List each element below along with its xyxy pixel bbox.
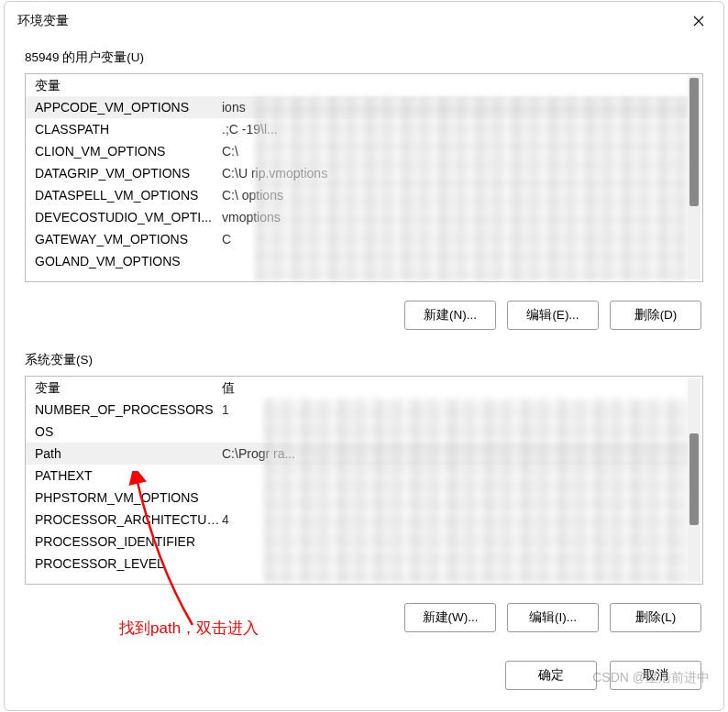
scrollbar-thumb[interactable]	[689, 78, 699, 206]
col-header-value: 值	[220, 377, 688, 399]
system-vars-listbox[interactable]: 变量 值 NUMBER_OF_PROCESSORS1OSPathC:\Progr…	[25, 376, 703, 585]
system-edit-button[interactable]: 编辑(I)...	[507, 603, 599, 632]
system-new-button[interactable]: 新建(W)...	[404, 603, 496, 632]
var-name: DEVECOSTUDIO_VM_OPTI...	[26, 206, 220, 228]
close-button[interactable]	[685, 7, 712, 35]
var-name: DATASPELL_VM_OPTIONS	[26, 184, 220, 206]
user-vars-listbox[interactable]: 变量 APPCODE_VM_OPTIONS ionsCLASSPATH.;C -…	[25, 73, 703, 282]
user-delete-button[interactable]: 删除(D)	[610, 301, 701, 330]
system-vars-buttons: 新建(W)... 编辑(I)... 删除(L)	[5, 603, 701, 632]
cancel-button[interactable]: 取消	[610, 661, 701, 690]
scrollbar[interactable]	[688, 378, 700, 582]
var-name: DATAGRIP_VM_OPTIONS	[26, 162, 220, 184]
var-name: PROCESSOR_IDENTIFIER	[26, 531, 220, 553]
var-name: PROCESSOR_ARCHITECTURE	[26, 509, 220, 531]
dialog-buttons: 确定 取消	[505, 661, 701, 690]
var-name: GATEWAY_VM_OPTIONS	[26, 228, 220, 250]
user-vars-label: 85949 的用户变量(U)	[25, 49, 703, 66]
titlebar: 环境变量	[5, 2, 723, 37]
col-header-variable: 变量	[26, 74, 220, 96]
var-name: GOLAND_VM_OPTIONS	[26, 250, 220, 272]
user-new-button[interactable]: 新建(N)...	[404, 301, 496, 330]
list-header: 变量	[26, 74, 688, 96]
scrollbar[interactable]	[688, 76, 700, 279]
col-header-value	[220, 74, 688, 96]
var-name: PATHEXT	[26, 465, 220, 487]
system-vars-section: 系统变量(S) 变量 值 NUMBER_OF_PROCESSORS1OSPath…	[25, 352, 703, 585]
var-name: PROCESSOR_LEVEL	[26, 553, 220, 575]
var-name: CLASSPATH	[26, 118, 220, 140]
var-name: Path	[26, 443, 220, 465]
var-name: OS	[26, 421, 220, 443]
environment-variables-dialog: 环境变量 85949 的用户变量(U) 变量 APPCODE_VM_OPTION…	[4, 1, 724, 711]
list-header: 变量 值	[26, 377, 688, 399]
var-name: NUMBER_OF_PROCESSORS	[26, 399, 220, 421]
user-vars-buttons: 新建(N)... 编辑(E)... 删除(D)	[5, 301, 701, 330]
system-vars-label: 系统变量(S)	[25, 352, 703, 368]
system-delete-button[interactable]: 删除(L)	[610, 603, 701, 632]
user-edit-button[interactable]: 编辑(E)...	[507, 301, 599, 330]
var-name: APPCODE_VM_OPTIONS	[26, 96, 220, 118]
var-name: PHPSTORM_VM_OPTIONS	[26, 487, 220, 509]
window-title: 环境变量	[17, 13, 69, 29]
close-icon	[693, 16, 704, 27]
col-header-variable: 变量	[26, 377, 220, 399]
scrollbar-thumb[interactable]	[689, 433, 699, 525]
user-vars-section: 85949 的用户变量(U) 变量 APPCODE_VM_OPTIONS ion…	[25, 49, 703, 282]
ok-button[interactable]: 确定	[505, 661, 597, 690]
var-name: CLION_VM_OPTIONS	[26, 140, 220, 162]
